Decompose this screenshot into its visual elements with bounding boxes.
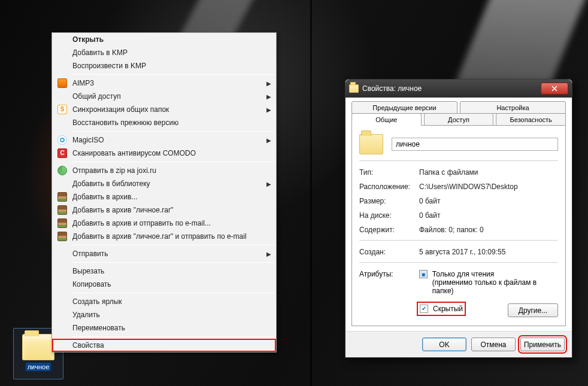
type-value: Папка с файлами — [419, 168, 558, 177]
ok-button[interactable]: OK — [422, 338, 466, 351]
hidden-label: Скрытый — [433, 305, 463, 313]
submenu-arrow-icon: ▶ — [266, 181, 271, 187]
hidden-checkbox-row[interactable]: ✔ Скрытый — [419, 304, 463, 314]
menu-separator — [71, 131, 275, 132]
rar-icon — [56, 218, 69, 228]
folder-icon-large — [359, 134, 383, 154]
context-menu-label: Сканировать антивирусом COMODO — [69, 149, 264, 157]
context-menu-label: Вырезать — [69, 267, 264, 275]
properties-dialog: Свойства: личное Предыдущие версии Настр… — [345, 79, 572, 358]
apply-button[interactable]: Применить — [520, 338, 565, 351]
location-label: Расположение: — [359, 183, 419, 191]
context-menu-item[interactable]: Добавить в KMP — [52, 46, 276, 59]
context-menu-label: Копировать — [69, 280, 264, 288]
dialog-titlebar[interactable]: Свойства: личное — [345, 80, 572, 98]
context-menu-item[interactable]: Вырезать — [52, 265, 276, 278]
tab-sharing[interactable]: Доступ — [424, 113, 494, 126]
context-menu-label: Переименовать — [69, 324, 264, 332]
folder-name-row — [359, 134, 558, 154]
context-menu-label: Добавить в библиотеку — [69, 180, 264, 188]
context-menu-label: AIMP3 — [69, 79, 264, 87]
created-label: Создан: — [359, 248, 419, 256]
context-menu-item[interactable]: Открыть — [52, 33, 276, 46]
close-button[interactable] — [541, 83, 568, 95]
context-menu-item[interactable]: Восстановить прежнюю версию — [52, 116, 276, 129]
context-menu-item[interactable]: Воспроизвести в KMP — [52, 59, 276, 72]
created-value: 5 августа 2017 г., 10:09:55 — [419, 248, 558, 256]
context-menu-item[interactable]: Отправить в zip на joxi.ru — [52, 164, 276, 177]
checkbox-icon: ■ — [419, 270, 428, 278]
menu-separator — [71, 74, 275, 75]
context-menu-label: Удалить — [69, 311, 264, 319]
context-menu-item[interactable]: Копировать — [52, 278, 276, 291]
joxi-icon — [56, 166, 69, 175]
tab-security[interactable]: Безопасность — [496, 113, 566, 126]
checkbox-icon: ✔ — [420, 305, 428, 313]
type-label: Тип: — [359, 168, 419, 177]
context-menu-item[interactable]: Добавить в архив "личное.rar" — [52, 203, 276, 217]
context-menu-label: Добавить в KMP — [69, 48, 264, 57]
tabs-row-top: Предыдущие версии Настройка — [351, 101, 566, 114]
context-menu-item[interactable]: Общий доступ▶ — [52, 90, 276, 103]
context-menu-item[interactable]: Удалить — [52, 308, 276, 321]
tab-general[interactable]: Общие — [351, 113, 422, 126]
desktop-folder-label: личное — [26, 363, 51, 371]
context-menu-label: Открыть — [69, 35, 264, 44]
context-menu-label: Общий доступ — [69, 92, 264, 101]
separator — [359, 160, 558, 161]
ondisk-value: 0 байт — [419, 211, 558, 220]
contains-label: Содержит: — [359, 226, 419, 234]
context-menu-item[interactable]: Отправить▶ — [52, 247, 276, 260]
submenu-arrow-icon: ▶ — [266, 93, 271, 100]
contains-value: Файлов: 0; папок: 0 — [419, 226, 558, 234]
context-menu-item[interactable]: Сканировать антивирусом COMODO — [52, 147, 276, 160]
other-attributes-button[interactable]: Другие... — [508, 303, 558, 317]
context-menu-item[interactable]: Добавить в архив и отправить по e-mail..… — [52, 217, 276, 230]
context-menu-label: Воспроизвести в KMP — [69, 62, 264, 70]
folder-icon — [349, 84, 359, 93]
context-menu-item[interactable]: Переименовать — [52, 321, 276, 335]
tab-previous-versions[interactable]: Предыдущие версии — [351, 101, 457, 114]
ondisk-label: На диске: — [359, 211, 419, 220]
context-menu-item[interactable]: Добавить в архив... — [52, 190, 276, 203]
menu-separator — [71, 162, 275, 162]
attributes-label: Атрибуты: — [359, 270, 419, 317]
context-menu-label: MagicISO — [69, 136, 264, 144]
menu-separator — [71, 245, 275, 245]
size-value: 0 байт — [419, 197, 558, 205]
context-menu-item[interactable]: Синхронизация общих папок▶ — [52, 103, 276, 116]
dialog-body: Предыдущие версии Настройка Общие Доступ… — [345, 98, 572, 331]
readonly-sublabel: (применимо только к файлам в папке) — [432, 278, 537, 295]
attributes-group: Атрибуты: ■ Только для чтения (применимо… — [359, 270, 558, 317]
size-label: Размер: — [359, 197, 419, 205]
submenu-arrow-icon: ▶ — [266, 251, 271, 257]
readonly-checkbox-row[interactable]: ■ Только для чтения (применимо только к … — [419, 270, 558, 295]
context-menu-item[interactable]: AIMP3▶ — [52, 77, 276, 90]
context-menu-item[interactable]: Добавить в архив "личное.rar" и отправит… — [52, 230, 276, 243]
close-icon — [551, 86, 557, 92]
context-menu-label: Отправить в zip на joxi.ru — [69, 166, 264, 175]
aimp-icon — [56, 78, 69, 88]
magic-icon — [56, 135, 69, 145]
context-menu-item[interactable]: MagicISO▶ — [52, 133, 276, 147]
tab-customize[interactable]: Настройка — [460, 101, 566, 114]
menu-separator — [71, 336, 275, 337]
separator — [359, 240, 558, 241]
rar-icon — [56, 205, 69, 215]
cancel-button[interactable]: Отмена — [471, 338, 516, 351]
readonly-label: Только для чтения — [432, 270, 494, 278]
context-menu-item[interactable]: Добавить в библиотеку▶ — [52, 177, 276, 190]
screenshot-divider — [310, 0, 312, 386]
folder-icon — [22, 334, 54, 360]
folder-name-input[interactable] — [392, 138, 558, 151]
context-menu-item[interactable]: Свойства — [52, 339, 276, 352]
context-menu-label: Восстановить прежнюю версию — [69, 118, 264, 127]
context-menu-label: Добавить в архив "личное.rar" — [69, 206, 264, 214]
comodo-icon — [56, 148, 69, 158]
menu-separator — [71, 293, 275, 293]
submenu-arrow-icon: ▶ — [266, 107, 271, 113]
context-menu-item[interactable]: Создать ярлык — [52, 295, 276, 308]
context-menu-label: Свойства — [69, 341, 264, 349]
separator — [359, 262, 558, 263]
context-menu-label: Отправить — [69, 250, 264, 258]
